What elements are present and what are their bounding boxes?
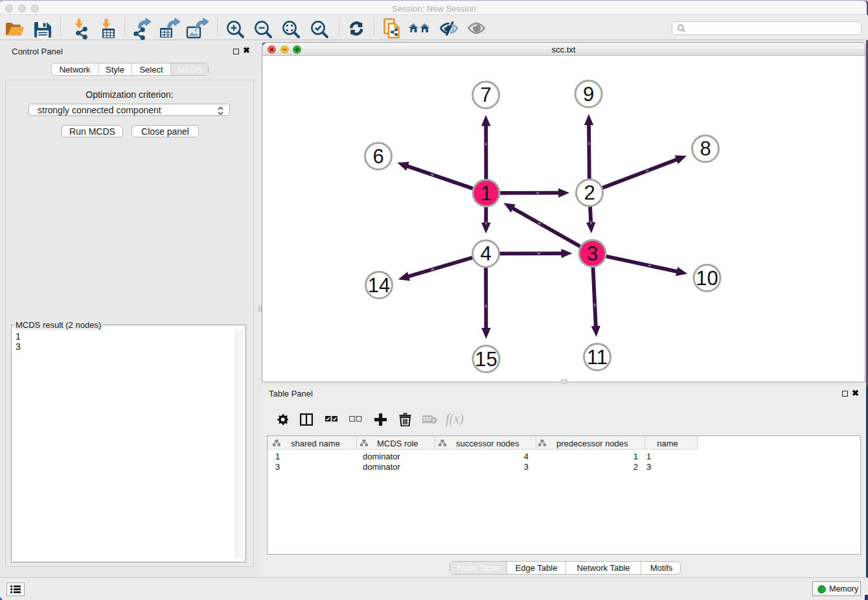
svg-text:9: 9 <box>583 83 594 106</box>
svg-text:15: 15 <box>475 348 497 371</box>
svg-text:2: 2 <box>584 181 595 204</box>
svg-text:10: 10 <box>696 267 718 290</box>
svg-text:1: 1 <box>481 182 492 205</box>
svg-text:14: 14 <box>368 274 390 297</box>
svg-text:4: 4 <box>480 242 491 265</box>
svg-text:3: 3 <box>587 242 598 265</box>
svg-text:11: 11 <box>587 346 608 369</box>
svg-text:6: 6 <box>372 145 383 168</box>
svg-text:8: 8 <box>700 137 711 160</box>
svg-text:7: 7 <box>480 84 491 106</box>
